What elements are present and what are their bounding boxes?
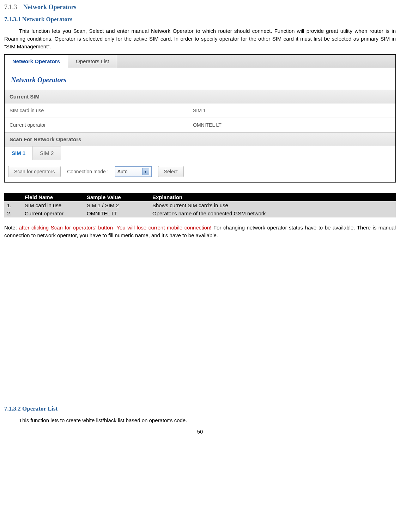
- scan-controls: Scan for operators Connection mode : Aut…: [5, 160, 395, 182]
- cell-num: 2.: [4, 209, 22, 217]
- th-explanation: Explanation: [150, 193, 396, 201]
- operator-list-paragraph: This function lets to create white list/…: [4, 417, 396, 424]
- note-prefix: Note:: [4, 225, 19, 231]
- tab-network-operators[interactable]: Network Operators: [5, 55, 68, 68]
- table-row: 1. SIM card in use SIM 1 / SIM 2 Shows c…: [4, 201, 396, 209]
- table-row: 2. Current operator OMNITEL LT Operator'…: [4, 209, 396, 217]
- cell-sample-value: OMNITEL LT: [84, 209, 150, 217]
- heading-7-1-3-2: 7.1.3.2 Operator List: [4, 405, 396, 412]
- scan-for-operators-button[interactable]: Scan for operators: [8, 166, 61, 177]
- cell-explanation: Operator's name of the connected GSM net…: [150, 209, 396, 217]
- label-current-operator: Current operator: [10, 122, 193, 128]
- cell-field-name: Current operator: [22, 209, 84, 217]
- cell-field-name: SIM card in use: [22, 201, 84, 209]
- section-current-sim: Current SIM: [5, 90, 395, 103]
- heading-7-1-3: 7.1.3 Network Operators: [4, 4, 396, 11]
- heading-7-1-3-1: 7.1.3.1 Network Operators: [4, 16, 396, 23]
- th-sample-value: Sample Value: [84, 193, 150, 201]
- select-button[interactable]: Select: [158, 166, 184, 177]
- connection-mode-value: Auto: [117, 169, 128, 174]
- tab-operators-list[interactable]: Operators List: [68, 55, 117, 68]
- chevron-down-icon: ▾: [142, 168, 149, 175]
- heading-title: Network Operators: [23, 4, 76, 11]
- panel-title: Network Operators: [5, 68, 395, 90]
- subtab-sim1[interactable]: SIM 1: [5, 146, 33, 160]
- cell-sample-value: SIM 1 / SIM 2: [84, 201, 150, 209]
- row-sim-in-use: SIM card in use SIM 1: [5, 103, 395, 118]
- connection-mode-label: Connection mode :: [67, 169, 109, 174]
- heading-number: 7.1.3: [4, 4, 17, 11]
- section-scan: Scan For Network Operators: [5, 132, 395, 146]
- label-sim-in-use: SIM card in use: [10, 108, 193, 113]
- row-current-operator: Current operator OMNITEL LT: [5, 118, 395, 132]
- value-sim-in-use: SIM 1: [193, 108, 390, 113]
- intro-paragraph: This function lets you Scan, Select and …: [4, 27, 396, 50]
- cell-num: 1.: [4, 201, 22, 209]
- note-paragraph: Note: after clicking Scan for operators’…: [4, 224, 396, 239]
- page-number: 50: [4, 429, 396, 435]
- connection-mode-select[interactable]: Auto ▾: [115, 166, 152, 177]
- table-header-row: Field Name Sample Value Explanation: [4, 193, 396, 201]
- sim-subtabs: SIM 1 SIM 2: [5, 146, 395, 160]
- cell-explanation: Shows current SIM card’s in use: [150, 201, 396, 209]
- top-tabs: Network Operators Operators List: [5, 55, 395, 68]
- value-current-operator: OMNITEL LT: [193, 122, 390, 128]
- note-warning: after clicking Scan for operators’ butto…: [19, 225, 213, 231]
- fields-table: Field Name Sample Value Explanation 1. S…: [4, 193, 396, 217]
- th-blank: [4, 193, 22, 201]
- th-field-name: Field Name: [22, 193, 84, 201]
- subtab-sim2[interactable]: SIM 2: [33, 146, 61, 160]
- screenshot-network-operators: Network Operators Operators List Network…: [4, 54, 396, 183]
